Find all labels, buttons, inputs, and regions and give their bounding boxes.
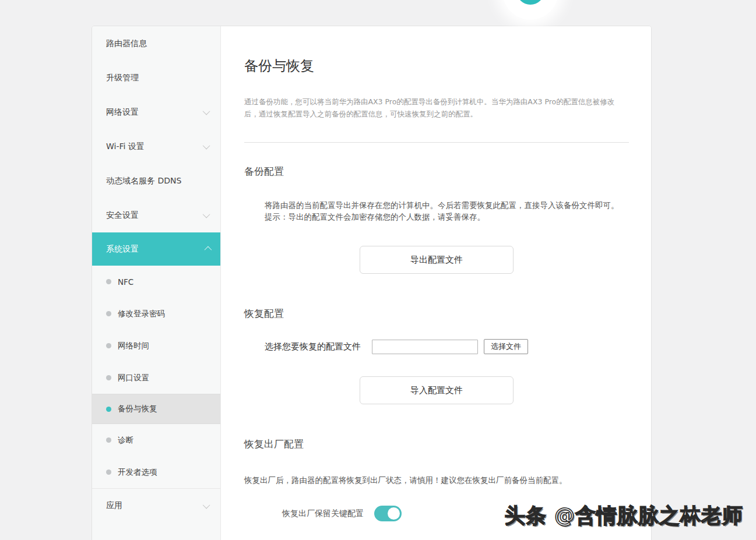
backup-config-body: 将路由器的当前配置导出并保存在您的计算机中。今后若需要恢复此配置，直接导入该备份…	[265, 199, 626, 211]
sidebar-item-network-time[interactable]: 网络时间	[92, 330, 220, 362]
restore-file-label: 选择您要恢复的配置文件	[265, 341, 361, 352]
sidebar-item-upgrade[interactable]: 升级管理	[92, 61, 220, 95]
bullet-icon	[106, 470, 111, 475]
sidebar-item-label: 应用	[106, 500, 205, 511]
sidebar-item-developer-options[interactable]: 开发者选项	[92, 456, 220, 488]
restore-file-row: 选择您要恢复的配置文件 选择文件	[265, 339, 629, 354]
factory-reset-body: 恢复出厂后，路由器的配置将恢复到出厂状态，请慎用！建议您在恢复出厂前备份当前配置…	[244, 474, 629, 486]
sidebar-item-label: 修改登录密码	[118, 309, 210, 319]
sidebar-item-wifi-settings[interactable]: Wi-Fi 设置	[92, 129, 220, 164]
sidebar-item-system-settings[interactable]: 系统设置	[92, 232, 220, 266]
sidebar-item-security-settings[interactable]: 安全设置	[92, 198, 220, 232]
bullet-icon	[106, 407, 111, 412]
keep-key-config-toggle[interactable]	[374, 506, 402, 521]
chevron-up-icon	[205, 246, 212, 254]
sidebar-item-label: Wi-Fi 设置	[106, 142, 205, 152]
sidebar-item-label: 系统设置	[106, 244, 205, 255]
sidebar-item-change-password[interactable]: 修改登录密码	[92, 298, 220, 330]
export-config-button[interactable]: 导出配置文件	[360, 246, 514, 274]
sidebar: 路由器信息 升级管理 网络设置 Wi-Fi 设置 动态域名服务 DDNS 安全设…	[92, 26, 221, 540]
backup-config-heading: 备份配置	[244, 164, 629, 178]
bullet-icon	[106, 311, 111, 316]
sidebar-item-label: 升级管理	[106, 73, 210, 83]
bullet-icon	[106, 279, 111, 284]
sidebar-item-label: 开发者选项	[118, 467, 210, 478]
restore-file-input[interactable]	[372, 340, 478, 354]
sidebar-item-label: 网络设置	[106, 107, 205, 118]
sidebar-item-backup-restore[interactable]: 备份与恢复	[92, 394, 220, 424]
main-content: 备份与恢复 通过备份功能，您可以将当前华为路由AX3 Pro的配置导出备份到计算…	[221, 26, 651, 540]
toggle-knob	[388, 507, 400, 520]
sidebar-item-port-settings[interactable]: 网口设置	[92, 362, 220, 394]
page-description: 通过备份功能，您可以将当前华为路由AX3 Pro的配置导出备份到计算机中。当华为…	[244, 96, 629, 120]
sidebar-item-router-info[interactable]: 路由器信息	[92, 26, 220, 61]
sidebar-item-label: 网口设置	[118, 373, 210, 383]
sidebar-item-label: 安全设置	[106, 210, 205, 221]
sidebar-item-label: 备份与恢复	[118, 404, 210, 414]
sidebar-item-label: 网络时间	[118, 341, 210, 351]
factory-toggle-label: 恢复出厂保留关键配置	[282, 509, 364, 519]
restore-config-heading: 恢复配置	[244, 306, 629, 320]
page-header: 备份与恢复 通过备份功能，您可以将当前华为路由AX3 Pro的配置导出备份到计算…	[244, 57, 629, 143]
backup-config-section: 备份配置 将路由器的当前配置导出并保存在您的计算机中。今后若需要恢复此配置，直接…	[244, 164, 629, 274]
choose-file-button[interactable]: 选择文件	[484, 339, 528, 354]
bullet-icon	[106, 375, 111, 380]
page-title: 备份与恢复	[244, 57, 629, 75]
backup-config-tip: 提示：导出的配置文件会加密存储您的个人数据，请妥善保存。	[265, 211, 629, 223]
sidebar-item-diagnostics[interactable]: 诊断	[92, 424, 220, 456]
bullet-icon	[106, 437, 111, 443]
sidebar-item-network-settings[interactable]: 网络设置	[92, 95, 220, 129]
sidebar-item-label: NFC	[118, 277, 210, 287]
restore-config-section: 恢复配置 选择您要恢复的配置文件 选择文件 导入配置文件	[244, 306, 629, 404]
sidebar-item-nfc[interactable]: NFC	[92, 266, 220, 298]
watermark: 头条 @含情脉脉之林老师	[505, 502, 743, 530]
factory-reset-heading: 恢复出厂配置	[244, 437, 629, 451]
sidebar-item-applications[interactable]: 应用	[92, 488, 220, 523]
sidebar-item-ddns[interactable]: 动态域名服务 DDNS	[92, 164, 220, 198]
settings-card: 路由器信息 升级管理 网络设置 Wi-Fi 设置 动态域名服务 DDNS 安全设…	[92, 26, 652, 540]
sidebar-item-label: 路由器信息	[106, 38, 210, 49]
import-config-button[interactable]: 导入配置文件	[360, 376, 514, 404]
sidebar-item-label: 动态域名服务 DDNS	[106, 176, 210, 186]
sidebar-item-label: 诊断	[118, 435, 210, 446]
bullet-icon	[106, 343, 111, 348]
